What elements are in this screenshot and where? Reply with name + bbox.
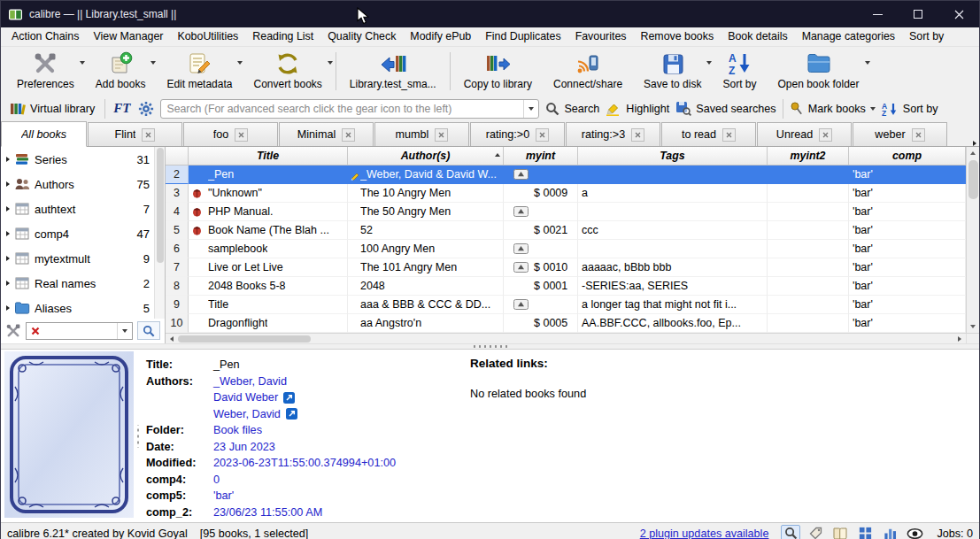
myint-cell[interactable] bbox=[504, 166, 578, 184]
tab-mumbl[interactable]: mumbl bbox=[374, 122, 469, 146]
sidebar-item-authtext[interactable]: authtext 7 bbox=[1, 196, 153, 221]
search-history-dropdown[interactable] bbox=[523, 100, 538, 118]
table-row[interactable]: 9 Title aaa & BBB & CCC & DD... a longer… bbox=[166, 296, 966, 314]
tags-cell[interactable]: -SERIES:aa, SERIES bbox=[578, 277, 768, 296]
expand-arrow-icon[interactable] bbox=[6, 231, 10, 236]
myint2-cell[interactable] bbox=[768, 203, 849, 221]
authors-cell[interactable]: The 10 Angry Men bbox=[348, 184, 504, 203]
book-cover[interactable] bbox=[4, 351, 134, 520]
tab-close-icon[interactable] bbox=[912, 128, 925, 142]
menu-quality-check[interactable]: Quality Check bbox=[320, 27, 403, 46]
tab-close-icon[interactable] bbox=[342, 128, 355, 142]
myint2-cell[interactable] bbox=[768, 277, 849, 296]
myint-cell[interactable]: $ 0005 bbox=[504, 314, 578, 333]
tab-close-icon[interactable] bbox=[819, 128, 832, 142]
menu-manage-categories[interactable]: Manage categories bbox=[795, 27, 902, 46]
chevron-down-icon[interactable] bbox=[328, 61, 333, 65]
scroll-down-button[interactable] bbox=[967, 320, 979, 333]
cover-browser-button[interactable] bbox=[880, 525, 899, 539]
menu-view-manager[interactable]: View Manager bbox=[86, 27, 170, 46]
sidebar-scrollbar[interactable] bbox=[154, 147, 165, 319]
authors-cell[interactable]: 52 bbox=[348, 221, 504, 240]
tab-close-icon[interactable] bbox=[435, 128, 448, 142]
expand-arrow-icon[interactable] bbox=[6, 305, 10, 311]
author-link[interactable]: _Weber, David bbox=[213, 375, 287, 388]
do-search-button[interactable]: Search bbox=[545, 102, 599, 116]
maximize-button[interactable] bbox=[898, 1, 938, 27]
comp-cell[interactable]: 'bar' bbox=[849, 221, 966, 240]
menu-modify-epub[interactable]: Modify ePub bbox=[403, 27, 478, 46]
details-splitter[interactable] bbox=[134, 350, 143, 522]
scroll-right-button[interactable] bbox=[953, 334, 966, 343]
menu-sort-by[interactable]: Sort by bbox=[902, 27, 951, 46]
table-row[interactable]: 3 "Unknown" The 10 Angry Men $ 0009 a 'b… bbox=[166, 184, 966, 203]
horizontal-scrollbar[interactable] bbox=[166, 333, 979, 343]
highlight-button[interactable]: Highlight bbox=[606, 101, 669, 116]
quickview-eye-button[interactable] bbox=[905, 525, 924, 539]
title-cell[interactable]: Dragonflight bbox=[189, 314, 348, 333]
comp-cell[interactable]: 'bar' bbox=[849, 184, 966, 203]
table-row[interactable]: 5 Book Name (The Blah ... 52 $ 0021 ccc … bbox=[166, 221, 966, 240]
sidebar-item-authors[interactable]: Authors 75 bbox=[1, 172, 153, 196]
expand-arrow-icon[interactable] bbox=[6, 206, 10, 212]
sort-by-button[interactable]: AZ Sort by bbox=[882, 102, 938, 116]
menu-action-chains[interactable]: Action Chains bbox=[4, 27, 86, 46]
toolbar-add-books[interactable]: Add books bbox=[85, 47, 157, 96]
menu-koboutilities[interactable]: KoboUtilities bbox=[170, 27, 245, 46]
header-title[interactable]: Title bbox=[189, 147, 348, 165]
table-row[interactable]: 4 PHP Manual. The 50 Angry Men 'bar' bbox=[166, 203, 966, 221]
authors-cell[interactable]: 2048 bbox=[348, 277, 504, 296]
close-button[interactable] bbox=[938, 1, 979, 27]
tab-flint[interactable]: Flint bbox=[88, 122, 182, 146]
tab-close-icon[interactable] bbox=[631, 128, 644, 142]
chevron-down-icon[interactable] bbox=[865, 61, 870, 65]
title-cell[interactable]: 2048 Books 5-8 bbox=[189, 277, 348, 296]
mark-books-button[interactable]: Mark books bbox=[790, 102, 876, 116]
tags-cell[interactable]: AA.BBF.CCC, allbooks.foo, Ep... bbox=[578, 314, 768, 333]
table-row[interactable]: 2 _Pen _Weber, David & David W... 'bar' bbox=[166, 166, 966, 184]
tab-rating-gt0[interactable]: rating:>0 bbox=[470, 122, 565, 146]
author-link[interactable]: David Weber bbox=[213, 391, 278, 404]
title-cell[interactable]: "Unknown" bbox=[189, 184, 348, 203]
toolbar-convert-books[interactable]: Convert books bbox=[243, 47, 332, 96]
scrollbar-thumb[interactable] bbox=[157, 148, 164, 263]
expand-arrow-icon[interactable] bbox=[6, 157, 10, 162]
tags-cell[interactable]: ccc bbox=[578, 221, 768, 240]
myint2-cell[interactable] bbox=[768, 296, 849, 314]
header-comp[interactable]: comp bbox=[849, 147, 966, 165]
title-cell[interactable]: _Pen bbox=[189, 166, 348, 184]
header-authors[interactable]: Author(s) bbox=[348, 147, 504, 165]
myint2-cell[interactable] bbox=[768, 258, 849, 277]
header-myint2[interactable]: myint2 bbox=[768, 147, 849, 165]
toolbar-edit-metadata[interactable]: Edit metadata bbox=[156, 47, 243, 96]
comp-cell[interactable]: 'bar' bbox=[849, 277, 966, 296]
table-row[interactable]: 7 Live or Let Live The 101 Angry Men $ 0… bbox=[166, 258, 966, 277]
tag-browser-toggle-button[interactable] bbox=[806, 525, 825, 539]
authors-cell[interactable]: aaa & BBB & CCC & DD... bbox=[348, 296, 504, 314]
search-options-gear-icon[interactable] bbox=[138, 101, 154, 117]
authors-cell[interactable]: _Weber, David & David W... bbox=[348, 166, 504, 184]
myint2-cell[interactable] bbox=[768, 184, 849, 203]
comp-cell[interactable]: 'bar' bbox=[849, 314, 966, 333]
myint-cell[interactable] bbox=[504, 203, 578, 221]
menu-reading-list[interactable]: Reading List bbox=[245, 27, 320, 46]
tags-cell[interactable]: a longer tag that might not fit i... bbox=[578, 296, 768, 314]
sidebar-item-comp4[interactable]: comp4 47 bbox=[1, 221, 153, 246]
toolbar-open-book-folder[interactable]: Open book folder bbox=[767, 47, 869, 96]
toolbar-preferences[interactable]: Preferences bbox=[6, 47, 85, 96]
expand-arrow-icon[interactable] bbox=[6, 181, 10, 187]
book-details-toggle-button[interactable] bbox=[830, 525, 850, 539]
configure-tag-browser-icon[interactable] bbox=[5, 323, 21, 339]
minimize-button[interactable] bbox=[857, 1, 898, 27]
myint-cell[interactable]: $ 0009 bbox=[504, 184, 578, 203]
comp-cell[interactable]: 'bar' bbox=[849, 258, 966, 277]
tags-cell[interactable] bbox=[578, 203, 768, 221]
tags-cell[interactable]: a bbox=[578, 184, 768, 203]
sidebar-item-series[interactable]: Series 31 bbox=[1, 147, 153, 172]
myint-cell[interactable] bbox=[504, 240, 578, 258]
table-row[interactable]: 8 2048 Books 5-8 2048 $ 0001 -SERIES:aa,… bbox=[166, 277, 966, 296]
comp-cell[interactable]: 'bar' bbox=[849, 296, 966, 314]
tab-to-read[interactable]: to read bbox=[661, 122, 756, 146]
tab-close-icon[interactable] bbox=[142, 128, 155, 142]
myint-cell[interactable] bbox=[504, 296, 578, 314]
